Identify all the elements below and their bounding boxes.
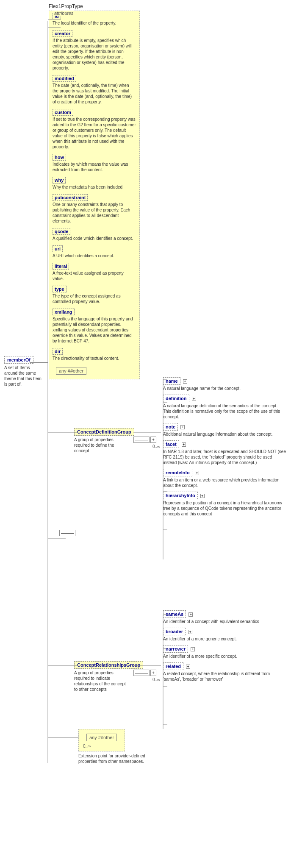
right-hierarchyinfo-expand[interactable]: + [200, 494, 205, 498]
attr-xmllang-item: xmllang Specifies the language of this p… [49, 307, 139, 346]
bottom-any-desc: Extension point for provider-defined pro… [78, 753, 146, 764]
right-name-item: name + A natural language name for the c… [163, 377, 286, 391]
attributes-box: attributes id The local identifier of th… [49, 11, 140, 379]
right-note-desc: Additional natural language information … [163, 431, 286, 437]
memberof-container: memberOf A set of Items around the same … [4, 356, 42, 387]
right-facet-desc: In NAR 1.8 and later, facet is deprecate… [163, 449, 286, 465]
attr-xmllang-desc: Specifies the language of this property … [53, 316, 136, 344]
right-sameas-expand[interactable]: + [188, 612, 193, 617]
attr-modified-box: modified [53, 75, 76, 82]
right-facet-item: facet + In NAR 1.8 and later, facet is d… [163, 440, 286, 465]
mid-connector: ――― [59, 530, 75, 536]
right-facet-box[interactable]: facet [163, 440, 179, 448]
attr-qcode-desc: A qualified code which identifies a conc… [53, 236, 136, 241]
attr-pubconstraint-item: pubconstraint One or many constraints th… [49, 192, 139, 226]
right-facet-expand[interactable]: + [182, 442, 186, 447]
seq-icon-2: ――― [133, 670, 150, 676]
attr-type-desc: The type of the concept assigned as cont… [53, 293, 136, 304]
bottom-any-mult: 0..∞ [83, 744, 120, 748]
bottom-any-container: any ##other 0..∞ Extension point for pro… [78, 729, 146, 764]
right-related-box[interactable]: related [163, 662, 183, 670]
attr-custom-desc: If set to true the corresponding propert… [53, 117, 136, 150]
right-broader-item: broader + An identifier of a more generi… [163, 628, 286, 642]
right-remoteinfo-box[interactable]: remoteInfo [163, 469, 192, 476]
right-elements-top: name + A natural language name for the c… [163, 377, 286, 520]
attr-literal-item: literal A free-text value assigned as pr… [49, 261, 139, 284]
mid-seq-icon: ――― [59, 530, 75, 536]
right-name-box[interactable]: name [163, 377, 180, 385]
concept-rel-box[interactable]: ConceptRelationshipsGroup [74, 661, 143, 669]
attr-uri-box: uri [53, 245, 63, 252]
attr-why-desc: Why the metadata has been included. [53, 184, 136, 190]
attr-modified-desc: The date (and, optionally, the time) whe… [53, 83, 136, 105]
attr-type-item: type The type of the concept assigned as… [49, 284, 139, 307]
diagram-title: Flex1PropType [49, 3, 83, 9]
attr-modified-item: modified The date (and, optionally, the … [49, 73, 139, 107]
right-broader-expand[interactable]: + [188, 630, 192, 634]
attr-literal-box: literal [53, 263, 69, 270]
attr-why-box: why [53, 177, 66, 184]
attr-pubconstraint-box: pubconstraint [53, 194, 88, 201]
attr-xmllang-box: xmllang [53, 309, 75, 315]
attr-dir-box: dir [53, 348, 63, 355]
right-note-box[interactable]: note [163, 423, 178, 431]
right-definition-item: definition + A natural language definiti… [163, 395, 286, 420]
right-hierarchyinfo-item: hierarchyInfo + Represents the position … [163, 492, 286, 517]
right-related-item: related + A related concept, where the r… [163, 662, 286, 682]
right-definition-box[interactable]: definition [163, 395, 189, 402]
attr-id-desc: The local identifier of the property. [53, 20, 136, 26]
any-other-attr-box: any ##other [56, 367, 86, 375]
main-v-line [48, 19, 48, 379]
attr-qcode-box: qcode [53, 228, 70, 235]
right-narrower-box[interactable]: narrower [163, 645, 188, 653]
attr-uri-item: uri A URI which identifies a concept. [49, 244, 139, 261]
attr-creator-desc: If the attribute is empty, specifies whi… [53, 38, 136, 71]
right-broader-box[interactable]: broader [163, 628, 186, 635]
concept-rel-desc: A group of properties required to indica… [74, 670, 129, 692]
memberof-box[interactable]: memberOf [4, 356, 33, 364]
right-sameas-item: sameAs + An identifier of a concept with… [163, 610, 286, 624]
right-narrower-expand[interactable]: + [191, 647, 195, 651]
concept-def-connectors: ――― + [133, 437, 157, 443]
attributes-label: attributes [53, 11, 74, 16]
right-related-expand[interactable]: + [186, 665, 190, 669]
right-remoteinfo-item: remoteInfo + A link to an item or a web … [163, 469, 286, 488]
attr-qcode-item: qcode A qualified code which identifies … [49, 226, 139, 244]
memberof-desc: A set of Items around the same theme tha… [4, 365, 42, 387]
right-name-desc: A natural language name for the concept. [163, 386, 286, 391]
right-definition-desc: A natural language definition of the sem… [163, 403, 286, 420]
attr-how-item: how Indicates by which means the value w… [49, 152, 139, 175]
seq-icon-1: ――― [133, 437, 150, 443]
attr-literal-desc: A free-text value assigned as property v… [53, 270, 136, 281]
concept-def-desc: A group of properties required to define… [74, 437, 129, 453]
concept-def-box[interactable]: ConceptDefinitionGroup [74, 428, 134, 436]
attr-dir-item: dir The directionality of textual conten… [49, 346, 139, 364]
expand-icon-2[interactable]: + [150, 670, 156, 676]
attr-how-box: how [53, 154, 66, 161]
attr-custom-item: custom If set to true the corresponding … [49, 107, 139, 152]
right-hierarchyinfo-box[interactable]: hierarchyInfo [163, 492, 198, 499]
right-remoteinfo-expand[interactable]: + [195, 471, 199, 475]
right-broader-desc: An identifier of a more generic concept. [163, 636, 286, 642]
right-name-expand[interactable]: + [183, 379, 187, 384]
right-sameas-box[interactable]: sameAs [163, 610, 186, 618]
right-remoteinfo-desc: A link to an item or a web resource whic… [163, 477, 286, 488]
right-sameas-desc: An identifier of a concept with equivale… [163, 619, 286, 624]
attr-why-item: why Why the metadata has been included. [49, 175, 139, 192]
main-h-line-attrs [48, 19, 61, 19]
attr-pubconstraint-desc: One or many constraints that apply to pu… [53, 202, 136, 224]
concept-rel-container: ConceptRelationshipsGroup A group of pro… [74, 661, 143, 692]
expand-icon-1[interactable]: + [150, 437, 156, 443]
attr-type-box: type [53, 286, 67, 292]
right-definition-expand[interactable]: + [192, 397, 196, 401]
bottom-any-outer: any ##other 0..∞ [78, 729, 125, 751]
concept-def-container: ConceptDefinitionGroup A group of proper… [74, 428, 134, 453]
right-elements-bottom: sameAs + An identifier of a concept with… [163, 610, 286, 685]
attr-how-desc: Indicates by which means the value was e… [53, 161, 136, 172]
attr-custom-box: custom [53, 109, 73, 116]
right-note-item: note + Additional natural language infor… [163, 423, 286, 437]
concept-rel-mult: 0..∞ [152, 677, 160, 682]
right-related-desc: A related concept, where the relationshi… [163, 671, 286, 682]
any-other-attr-item: any ##other [49, 364, 139, 379]
right-note-expand[interactable]: + [180, 425, 185, 429]
